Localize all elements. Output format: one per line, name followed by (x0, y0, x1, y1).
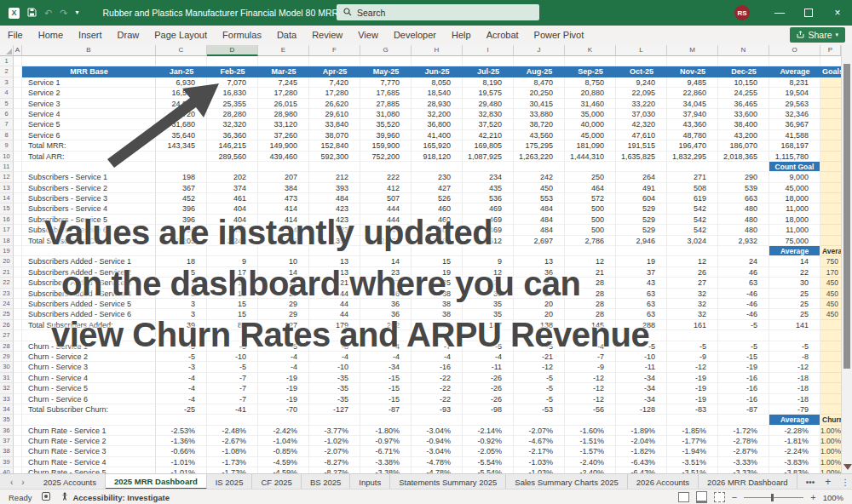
column-header-C[interactable]: C (156, 45, 207, 56)
cell[interactable]: -26 (463, 373, 514, 383)
cell[interactable]: -5 (514, 373, 565, 383)
cell[interactable]: 16,515 (156, 88, 207, 98)
cell[interactable]: 63 (718, 278, 769, 288)
cell[interactable]: 1,263,220 (514, 152, 565, 162)
cell[interactable]: -1.01% (156, 467, 207, 473)
cell[interactable]: 553 (514, 193, 565, 203)
cell[interactable] (14, 278, 22, 288)
cell[interactable]: -1.60% (565, 426, 616, 436)
tab-options-icon[interactable]: ⋮ (841, 478, 849, 487)
cell[interactable]: 27 (667, 278, 718, 288)
cell[interactable]: 435 (463, 183, 514, 193)
cell[interactable]: -1.03% (514, 457, 565, 467)
cell[interactable] (258, 415, 309, 425)
cell-average[interactable]: -3.83% (769, 457, 820, 467)
row-label[interactable]: Churn - Service 6 (22, 394, 156, 404)
cell[interactable]: 439,460 (258, 152, 309, 162)
row-number[interactable]: 13 (0, 183, 14, 193)
cell[interactable] (14, 309, 22, 319)
cell[interactable]: 8,750 (565, 77, 616, 88)
cell[interactable] (14, 77, 22, 88)
cell[interactable]: 450 (514, 183, 565, 193)
month-header[interactable]: Jul-25 (463, 66, 514, 77)
cell-average[interactable]: 45,000 (769, 183, 820, 193)
row-label[interactable]: Churn - Service 5 (22, 383, 156, 393)
cell[interactable] (360, 415, 412, 425)
cell[interactable]: -2.07% (309, 446, 360, 456)
cell[interactable]: 26,015 (258, 99, 309, 109)
cell[interactable] (309, 56, 360, 66)
cell[interactable]: 491 (616, 183, 667, 193)
cell[interactable]: -1.03% (514, 467, 565, 473)
cell[interactable]: 31,080 (360, 109, 412, 119)
sheet-tab-inputs[interactable]: Inputs (350, 474, 390, 490)
cell[interactable]: -15 (360, 383, 412, 393)
cell[interactable] (14, 394, 22, 404)
month-header[interactable]: Mar-25 (258, 66, 309, 77)
account-avatar[interactable]: RS (734, 5, 750, 20)
cell[interactable]: -15 (360, 394, 412, 404)
cell[interactable] (14, 109, 22, 119)
cell[interactable] (258, 162, 309, 172)
cell-goal[interactable]: 1.00% (820, 467, 841, 473)
ribbon-tab-home[interactable]: Home (31, 26, 71, 45)
cell[interactable]: -5 (667, 341, 718, 352)
cell[interactable] (14, 320, 22, 330)
cell[interactable]: 2,697 (514, 236, 565, 246)
cell[interactable]: 7,420 (309, 77, 360, 88)
row-label[interactable]: Subscribers - Service 1 (22, 172, 156, 182)
cell[interactable]: -11 (616, 362, 667, 372)
ribbon-tab-help[interactable]: Help (444, 26, 479, 45)
cell[interactable] (207, 56, 258, 66)
cell[interactable]: -1.82% (616, 446, 667, 456)
cell[interactable]: -16 (718, 383, 769, 393)
cell[interactable] (616, 415, 667, 425)
cell[interactable]: 181,090 (565, 140, 616, 151)
row-number[interactable]: 32 (0, 383, 14, 393)
ribbon-tab-draw[interactable]: Draw (110, 26, 147, 45)
cell[interactable]: -1.73% (207, 467, 258, 473)
row-number[interactable]: 6 (0, 109, 14, 119)
column-header-H[interactable]: H (412, 45, 463, 56)
cell-goal[interactable] (820, 140, 841, 151)
cell[interactable] (14, 225, 22, 235)
cell[interactable]: -7 (207, 383, 258, 393)
cell[interactable]: 460 (412, 203, 463, 214)
cell[interactable]: 35,640 (156, 130, 207, 140)
cell[interactable]: 271 (667, 172, 718, 182)
cell[interactable]: -3.04% (412, 426, 463, 436)
cell-average[interactable]: -79 (769, 404, 820, 415)
month-header[interactable]: Oct-25 (616, 66, 667, 77)
cell[interactable]: 2,786 (565, 236, 616, 246)
cell[interactable]: 19,575 (463, 88, 514, 98)
cell[interactable]: 264 (616, 172, 667, 182)
cell[interactable]: -26 (463, 383, 514, 393)
column-header-N[interactable]: N (718, 45, 769, 56)
cell[interactable]: 47,610 (616, 130, 667, 140)
cell[interactable] (14, 172, 22, 182)
cell[interactable]: 542 (667, 215, 718, 225)
cell[interactable]: -2.17% (514, 446, 565, 456)
cell[interactable] (14, 246, 22, 256)
cell[interactable] (14, 267, 22, 278)
cell[interactable]: -41 (207, 404, 258, 415)
page-layout-view-icon[interactable] (696, 491, 707, 503)
cell[interactable]: 28,930 (412, 99, 463, 109)
cell[interactable] (14, 66, 22, 77)
cell-average[interactable]: 75,000 (769, 236, 820, 246)
column-header-O[interactable]: O (769, 45, 820, 56)
cell[interactable]: 526 (412, 193, 463, 203)
cell[interactable]: -2.40% (565, 467, 616, 473)
cell[interactable]: -11 (463, 362, 514, 372)
tab-scroll-right-icon[interactable]: › (21, 478, 24, 487)
cell-average[interactable]: 8,231 (769, 77, 820, 88)
cell[interactable]: 32 (667, 299, 718, 309)
cell[interactable]: 38,070 (309, 130, 360, 140)
cell[interactable]: 37,940 (667, 109, 718, 119)
cell[interactable]: -2.87% (718, 446, 769, 456)
cell[interactable]: 43 (616, 278, 667, 288)
cell[interactable]: -16 (718, 394, 769, 404)
cell-average[interactable]: -2.24% (769, 446, 820, 456)
cell[interactable]: 752,200 (360, 152, 412, 162)
cell[interactable]: -1.57% (565, 446, 616, 456)
